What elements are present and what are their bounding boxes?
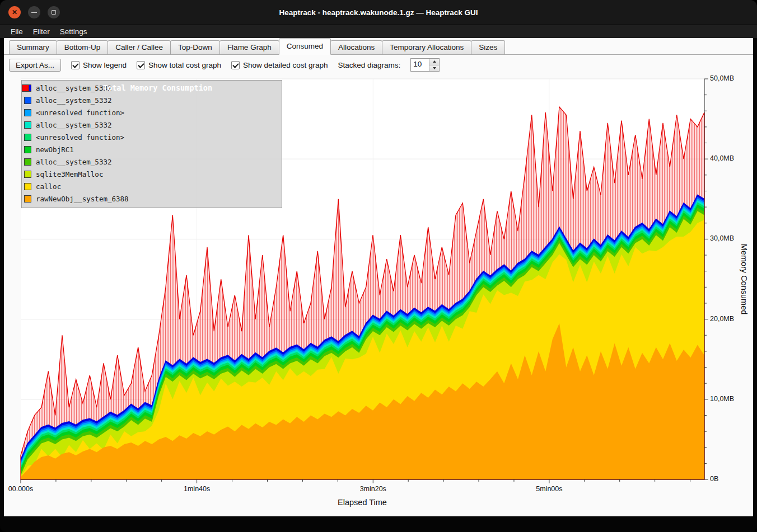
menu-item-file[interactable]: File (6, 26, 28, 37)
legend-item: alloc__system_5332 (24, 119, 279, 131)
legend-swatch (24, 97, 31, 104)
window-controls: ✕ (8, 6, 60, 18)
window-title: Heaptrack - heaptrack.wakunode.1.gz — He… (0, 8, 757, 17)
spinbox-value[interactable]: 10 (411, 59, 429, 71)
legend-swatch (24, 109, 31, 116)
legend-swatch (24, 158, 31, 166)
tab-bar: SummaryBottom-UpCaller / CalleeTop-DownF… (4, 38, 753, 55)
export-button[interactable]: Export As... (9, 59, 61, 72)
x-axis-title: Elapsed Time (338, 498, 387, 507)
x-tick-label: 00.000s (8, 485, 33, 493)
x-tick-label: 3min20s (360, 485, 386, 493)
minimize-button[interactable] (28, 6, 40, 18)
chevron-up-icon (433, 60, 436, 63)
checkbox-show-detailed-cost-graph[interactable]: Show detailed cost graph (231, 61, 328, 69)
toolbar: Export As... Show legendShow total cost … (4, 55, 753, 75)
y-tick-label: 10,0MB (710, 395, 734, 403)
tab-allocations[interactable]: Allocations (330, 40, 382, 55)
window-titlebar: ✕ Heaptrack - heaptrack.wakunode.1.gz — … (0, 0, 757, 25)
legend-item: <unresolved function> (24, 131, 279, 143)
legend-swatch (24, 121, 31, 129)
y-tick-label: 0B (710, 475, 718, 483)
close-icon: ✕ (12, 8, 17, 16)
tab-top-down[interactable]: Top-Down (170, 40, 220, 55)
application-window: ✕ Heaptrack - heaptrack.wakunode.1.gz — … (0, 0, 757, 532)
y-axis-title: Memory Consumed (740, 244, 749, 315)
legend-label: alloc__system_5332 (36, 96, 111, 105)
minimize-icon (31, 12, 37, 13)
stacked-diagrams-spinbox[interactable]: 10 (410, 58, 440, 72)
y-tick-label: 50,0MB (710, 74, 734, 82)
maximize-button[interactable] (48, 6, 60, 18)
checkbox-label: Show total cost graph (148, 61, 221, 69)
checkbox-label: Show legend (83, 61, 127, 69)
legend-label: Total Memory Consumption (34, 83, 282, 92)
consumption-chart[interactable]: Total Memory Consumptionalloc__system_53… (21, 79, 751, 516)
tab-flame-graph[interactable]: Flame Graph (219, 40, 279, 55)
checkbox-box[interactable] (137, 61, 145, 69)
menu-item-filter[interactable]: Filter (28, 26, 55, 37)
legend-label: rawNewObj__system_6388 (36, 195, 129, 203)
spin-up-button[interactable] (429, 59, 439, 65)
legend-swatch (24, 195, 31, 203)
checkbox-box[interactable] (71, 61, 80, 69)
legend-swatch (24, 146, 31, 153)
tab-sizes[interactable]: Sizes (471, 40, 505, 55)
checkbox-show-legend[interactable]: Show legend (71, 61, 127, 69)
legend-label: newObjRC1 (36, 145, 74, 154)
legend-item: alloc__system_5332 (24, 94, 279, 106)
legend-item: alloc__system_5332 (24, 156, 279, 168)
checkbox-show-total-cost-graph[interactable]: Show total cost graph (137, 61, 221, 69)
legend-label: <unresolved function> (36, 133, 124, 142)
chevron-down-icon (433, 67, 436, 69)
y-tick-label: 30,0MB (710, 234, 734, 242)
legend-label: sqlite3MemMalloc (36, 170, 103, 178)
legend-swatch (24, 171, 31, 178)
stacked-diagrams-label: Stacked diagrams: (338, 61, 401, 69)
spinbox-buttons (429, 59, 439, 71)
spin-down-button[interactable] (429, 65, 439, 72)
checkbox-box[interactable] (231, 61, 240, 69)
main-content: SummaryBottom-UpCaller / CalleeTop-DownF… (4, 38, 753, 516)
tab-bottom-up[interactable]: Bottom-Up (57, 40, 109, 55)
chart-legend: Total Memory Consumptionalloc__system_53… (21, 80, 282, 208)
x-tick-label: 1min40s (184, 485, 210, 493)
maximize-icon (52, 10, 56, 15)
legend-item: rawNewObj__system_6388 (24, 192, 279, 205)
legend-item: <unresolved function> (24, 106, 279, 119)
tab-summary[interactable]: Summary (9, 40, 57, 55)
tab-consumed[interactable]: Consumed (279, 38, 331, 55)
menu-item-settings[interactable]: Settings (55, 26, 92, 37)
tab-temporary-allocations[interactable]: Temporary Allocations (382, 40, 471, 55)
y-tick-label: 40,0MB (710, 154, 734, 162)
x-tick-label: 5min00s (536, 485, 562, 493)
legend-swatch (24, 134, 31, 141)
checkbox-label: Show detailed cost graph (243, 61, 328, 69)
legend-item: newObjRC1 (24, 143, 279, 156)
legend-label: alloc__system_5332 (36, 121, 111, 129)
y-tick-label: 20,0MB (710, 315, 734, 323)
legend-item: sqlite3MemMalloc (24, 168, 279, 180)
legend-label: calloc (36, 182, 61, 191)
legend-label: <unresolved function> (36, 109, 124, 117)
legend-swatch (22, 84, 29, 92)
legend-swatch (24, 183, 31, 190)
close-button[interactable]: ✕ (8, 6, 21, 18)
legend-label: alloc__system_5332 (36, 158, 111, 166)
legend-item: calloc (24, 180, 279, 192)
menu-bar: FileFilterSettings (0, 25, 757, 38)
tab-caller-callee[interactable]: Caller / Callee (108, 40, 171, 55)
legend-title-row: Total Memory Consumption (22, 82, 282, 94)
